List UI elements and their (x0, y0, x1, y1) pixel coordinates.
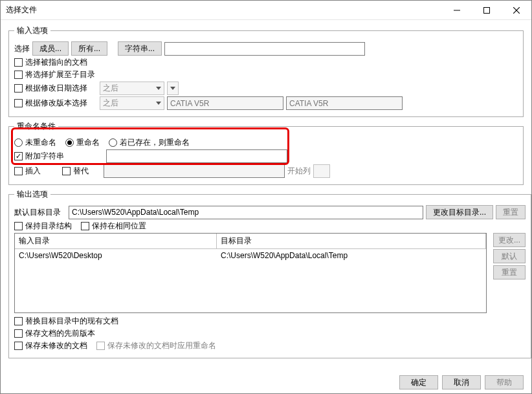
select-label: 选择 (14, 43, 30, 54)
string-button[interactable]: 字符串... (118, 41, 162, 56)
chk-save-unmodified-rename: 保存未修改的文档时应用重命名 (96, 340, 216, 351)
chk-replace-existing[interactable]: 替换目标目录中的现有文档 (14, 316, 118, 327)
dir-mapping-table[interactable]: 输入目录 目标目录 C:\Users\W520\Desktop C:\Users… (14, 233, 487, 313)
chk-save-prev-version[interactable]: 保存文档的先前版本 (14, 328, 95, 339)
chk-append-string[interactable]: 附加字符串 (14, 151, 97, 162)
window-title: 选择文件 (1, 5, 37, 16)
titlebar: 选择文件 (1, 1, 531, 20)
after-date-select-1: 之后 (100, 82, 164, 95)
change-target-dir-button[interactable]: 更改目标目录... (426, 205, 493, 219)
chk-select-pointed-doc[interactable]: 选择被指向的文档 (14, 57, 87, 68)
svg-rect-1 (484, 7, 490, 13)
date-dropdown-1 (167, 82, 179, 95)
close-button[interactable] (502, 1, 531, 20)
chk-by-version[interactable]: 根据修改版本选择 (14, 98, 91, 109)
col-target-dir: 目标目录 (217, 234, 486, 248)
all-button[interactable]: 所有... (71, 41, 107, 56)
default-target-dir-input[interactable] (69, 206, 423, 219)
legend-rename: 重命名条件 (14, 121, 58, 132)
minimize-button[interactable] (442, 1, 472, 20)
dialog-footer: 确定 取消 帮助 (1, 371, 531, 393)
help-button[interactable]: 帮助 (485, 375, 524, 389)
default-target-dir-label: 默认目标目录 (14, 207, 66, 218)
chevron-down-icon (170, 87, 175, 90)
start-col-label: 开始列 (287, 166, 311, 177)
chk-save-unmodified[interactable]: 保存未修改的文档 (14, 340, 87, 351)
fieldset-rename: 重命名条件 未重命名 重命名 若已存在，则重命名 附加字符串 插入 替代 开始列 (8, 121, 524, 185)
string-filter-input[interactable] (164, 42, 365, 56)
table-row[interactable]: C:\Users\W520\Desktop C:\Users\W520\AppD… (15, 249, 486, 262)
side-change-button[interactable]: 更改... (493, 233, 526, 247)
chk-extend-subdir[interactable]: 将选择扩展至子目录 (14, 69, 95, 80)
cancel-button[interactable]: 取消 (442, 375, 481, 389)
insert-replace-input (104, 164, 285, 178)
radio-rename[interactable]: 重命名 (65, 137, 100, 148)
fieldset-input-options: 输入选项 选择 成员... 所有... 字符串... 选择被指向的文档 将选择扩… (8, 25, 524, 117)
cell-target-dir: C:\Users\W520\AppData\Local\Temp (217, 249, 486, 262)
table-header: 输入目录 目标目录 (15, 234, 486, 249)
append-string-input[interactable] (106, 149, 287, 163)
ok-button[interactable]: 确定 (399, 375, 438, 389)
dialog-select-file: 选择文件 输入选项 选择 成员... 所有... 字符串... 选择被指向的文 (0, 0, 532, 394)
radio-rename-if-exists[interactable]: 若已存在，则重命名 (109, 137, 190, 148)
start-col-input (313, 164, 330, 178)
side-reset-button[interactable]: 重置 (493, 265, 526, 279)
catia-version-input-2 (286, 96, 403, 110)
legend-input-options: 输入选项 (14, 25, 50, 36)
minimize-icon (454, 7, 460, 14)
side-default-button[interactable]: 默认 (493, 249, 526, 263)
catia-version-input-1 (167, 96, 283, 110)
maximize-icon (483, 7, 490, 14)
members-button[interactable]: 成员... (32, 41, 69, 56)
col-input-dir: 输入目录 (15, 234, 217, 248)
chevron-down-icon (156, 87, 161, 90)
fieldset-output: 输出选项 默认目标目录 更改目标目录... 重置 保持目录结构 保持在相同位置 … (8, 189, 531, 358)
cell-input-dir: C:\Users\W520\Desktop (15, 249, 217, 262)
chevron-down-icon (156, 102, 161, 105)
close-icon (513, 7, 520, 14)
chk-by-mod-date[interactable]: 根据修改日期选择 (14, 83, 91, 94)
chk-replace[interactable]: 替代 (62, 166, 94, 177)
legend-output: 输出选项 (14, 189, 50, 200)
after-version-select: 之后 (100, 96, 164, 110)
chk-insert[interactable]: 插入 (14, 166, 53, 177)
chk-keep-same-loc[interactable]: 保持在相同位置 (81, 221, 146, 232)
radio-norename[interactable]: 未重命名 (14, 137, 56, 148)
reset-target-dir-button[interactable]: 重置 (496, 205, 526, 219)
maximize-button[interactable] (472, 1, 502, 20)
chk-keep-dir-struct[interactable]: 保持目录结构 (14, 221, 72, 232)
